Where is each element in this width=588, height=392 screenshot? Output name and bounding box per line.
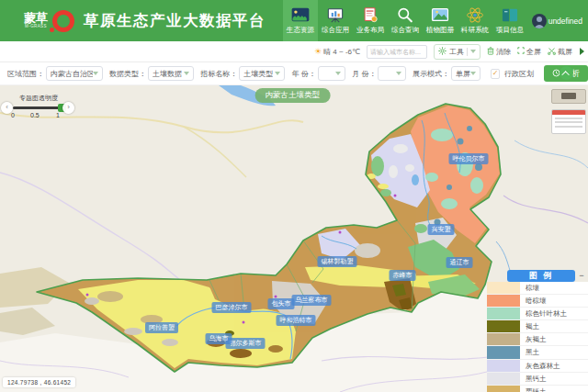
opacity-widget: 专题图透明度 ‹ › 0 0.5 1 xyxy=(0,92,79,129)
legend-label: 黑钙土 xyxy=(520,373,588,385)
datatype-label: 数据类型： xyxy=(109,69,146,79)
search-icon xyxy=(395,7,415,23)
fullscreen-icon xyxy=(517,47,525,56)
chevron-down-icon xyxy=(275,72,280,75)
brand-name: 蒙草 xyxy=(24,12,48,24)
nav-item-plant-atlas[interactable]: 植物图册 xyxy=(423,0,458,41)
brand-subname: M-GRASS xyxy=(25,25,47,29)
scissors-icon xyxy=(548,47,556,57)
legend-row: 灰色森林土 xyxy=(487,360,588,373)
city-search-input[interactable] xyxy=(367,45,427,59)
indicator-label: 指标名称： xyxy=(200,69,237,79)
region-select[interactable]: 内蒙古自治区 xyxy=(46,66,103,81)
legend-swatch xyxy=(487,320,520,332)
overview-widget[interactable] xyxy=(551,89,586,104)
clear-button[interactable]: 清除 xyxy=(487,47,511,57)
photo-album-icon xyxy=(430,7,450,23)
legend-items: 棕壤暗棕壤棕色针叶林土褐土灰褐土黑土灰色森林土黑钙土栗钙土 xyxy=(487,282,588,392)
region-label: 区域范围： xyxy=(7,69,44,79)
book-icon xyxy=(500,7,520,23)
chevron-down-icon xyxy=(470,50,476,53)
year-label: 年 份： xyxy=(291,69,315,79)
year-select[interactable] xyxy=(318,66,346,81)
legend-panel: 图 例 − 棕壤暗棕壤棕色针叶林土褐土灰褐土黑土灰色森林土黑钙土栗钙土 xyxy=(487,270,588,392)
tools-label: 工具 xyxy=(449,47,464,57)
screenshot-button[interactable]: 截屏 xyxy=(548,47,572,57)
datatype-select[interactable]: 土壤数据 xyxy=(148,66,194,81)
user-menu[interactable]: undefined xyxy=(532,14,582,28)
document-coin-icon xyxy=(360,7,380,23)
month-select[interactable] xyxy=(378,66,406,81)
nav-item-project-info[interactable]: 项目信息 xyxy=(492,0,527,41)
legend-title[interactable]: 图 例 xyxy=(507,270,575,282)
tick-05: 0.5 xyxy=(30,112,40,118)
legend-label: 棕色针叶林土 xyxy=(520,308,588,319)
city-label[interactable]: 阿拉善盟 xyxy=(145,322,178,333)
toolbar: ☀ 晴 4 ~ -6℃ 工具 清除 全屏 截屏 xyxy=(0,41,588,62)
tools-button[interactable]: 工具 xyxy=(434,44,481,60)
opacity-slider[interactable] xyxy=(13,106,62,109)
city-label[interactable]: 呼和浩特市 xyxy=(277,315,316,326)
filter-bar: 区域范围： 内蒙古自治区 数据类型： 土壤数据 指标名称： 土壤类型 年 份： … xyxy=(0,62,588,85)
city-label[interactable]: 呼伦贝尔市 xyxy=(449,153,489,164)
legend-swatch xyxy=(487,360,520,372)
legend-label: 灰褐土 xyxy=(520,333,588,345)
city-label[interactable]: 兴安盟 xyxy=(428,224,455,235)
nav-label: 综合查询 xyxy=(390,25,418,34)
map-container[interactable]: 内蒙古土壤类型 专题图透明度 ‹ › 0 0.5 1 呼伦贝尔市兴安盟通辽市赤峰… xyxy=(0,85,588,392)
page-title: 草原生态产业大数据平台 xyxy=(84,11,266,31)
chart-board-icon xyxy=(325,7,345,23)
city-label[interactable]: 赤峰市 xyxy=(390,270,416,281)
trash-icon xyxy=(487,47,494,57)
nav-label: 植物图册 xyxy=(425,25,453,34)
nav-item-business-layout[interactable]: 业务布局 xyxy=(353,0,388,41)
avatar xyxy=(532,14,547,28)
legend-collapse-button[interactable]: − xyxy=(575,270,588,282)
display-mode-select[interactable]: 单屏 xyxy=(451,66,481,81)
legend-row: 灰褐土 xyxy=(487,333,588,346)
nav-item-integrated-apps[interactable]: 综合应用 xyxy=(318,0,353,41)
city-label[interactable]: 包头市 xyxy=(268,298,295,309)
chevron-down-icon xyxy=(184,72,189,75)
chevron-down-icon xyxy=(396,72,401,75)
tick-0: 0 xyxy=(11,112,15,118)
nav-item-research-system[interactable]: 科研系统 xyxy=(458,0,492,41)
city-label[interactable]: 巴彦淖尔市 xyxy=(212,302,252,313)
toolbar-collapse-icon[interactable] xyxy=(580,48,584,55)
legend-header: 图 例 − xyxy=(487,270,588,282)
nav-label: 综合应用 xyxy=(321,25,348,34)
nav-label: 项目信息 xyxy=(495,25,523,34)
city-label[interactable]: 通辽市 xyxy=(447,257,473,268)
mini-layer-header xyxy=(552,110,585,115)
legend-row: 栗钙土 xyxy=(487,386,588,392)
legend-label: 灰色森林土 xyxy=(520,360,588,372)
legend-swatch xyxy=(487,373,520,385)
legend-row: 棕壤 xyxy=(487,282,588,295)
indicator-select[interactable]: 土壤类型 xyxy=(239,66,285,81)
admin-division-label: 行政区划 xyxy=(504,69,534,79)
nav-item-eco-resources[interactable]: 生态资源 xyxy=(283,0,318,41)
city-label[interactable]: 锡林郭勒盟 xyxy=(318,256,357,267)
legend-swatch xyxy=(487,333,520,345)
panel-collapse-button[interactable] xyxy=(560,66,573,80)
chevron-down-icon xyxy=(93,72,98,75)
slider-next-button[interactable]: › xyxy=(62,102,74,114)
fullscreen-button[interactable]: 全屏 xyxy=(517,47,541,57)
logo-text: 蒙草 M-GRASS xyxy=(24,12,48,29)
admin-division-checkbox[interactable]: ✓ xyxy=(491,69,500,79)
weather-text: 晴 4 ~ -6℃ xyxy=(323,47,360,57)
legend-swatch xyxy=(487,386,520,392)
legend-label: 栗钙土 xyxy=(520,386,588,392)
screenshot-label: 截屏 xyxy=(558,47,572,57)
legend-label: 褐土 xyxy=(520,320,588,332)
display-mode-label: 展示模式： xyxy=(413,69,449,79)
user-name: undefined xyxy=(548,17,582,26)
legend-row: 褐土 xyxy=(487,320,588,333)
city-label[interactable]: 乌海市 xyxy=(206,333,232,344)
mini-layer-widget[interactable] xyxy=(551,109,586,134)
tick-1: 1 xyxy=(56,112,60,118)
city-label[interactable]: 乌兰察布市 xyxy=(292,295,332,306)
nav-item-integrated-query[interactable]: 综合查询 xyxy=(388,0,423,41)
main-nav: 生态资源 综合应用 业务布局 综合查询 植物图册 科研系统 项目信息 xyxy=(283,0,527,41)
logo-ring-icon xyxy=(52,10,74,32)
